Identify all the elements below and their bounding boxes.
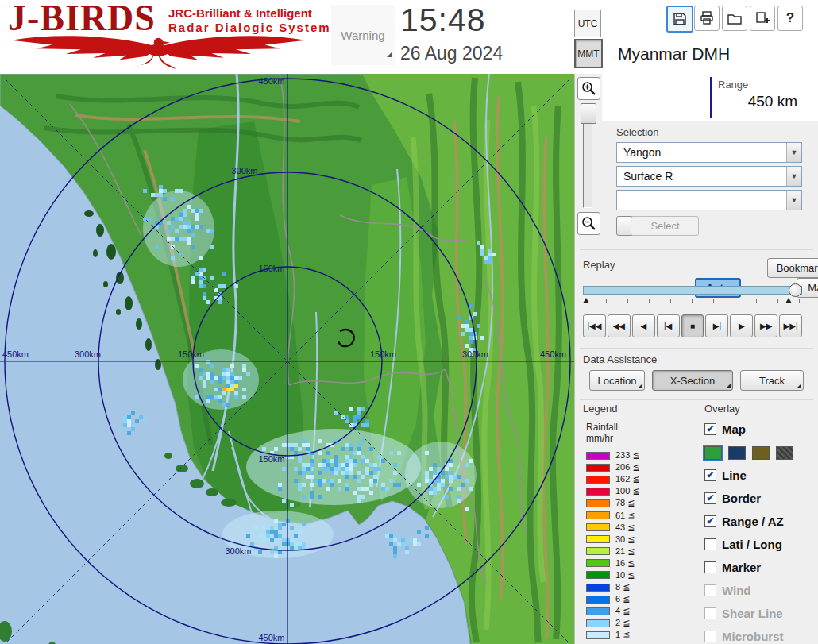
location-button[interactable]: Location [589, 370, 645, 391]
overlay-item-label: Range / AZ [722, 515, 784, 528]
fast-forward-button[interactable]: ▶▶ [754, 314, 777, 337]
map-style-swatch-navy[interactable] [728, 446, 746, 460]
overlay-checkbox-lati-long[interactable]: Lati / Long [704, 537, 817, 551]
open-folder-button[interactable] [722, 6, 747, 31]
map-style-swatch-green[interactable] [704, 446, 722, 460]
legend-row: 6 ≦ [586, 593, 700, 605]
station-dropdown-value: Yangon [617, 146, 786, 159]
header: J-BIRDS JRC-Brilliant & Intelligent Rada… [0, 0, 818, 75]
legend-value: 8 ≦ [615, 582, 630, 592]
submenu-corner-icon [726, 384, 731, 388]
data-assistance-label: Data Assistance [583, 353, 657, 365]
jbirds-app: J-BIRDS JRC-Brilliant & Intelligent Rada… [0, 0, 818, 644]
check-icon: ✔ [706, 423, 714, 434]
legend-row: 16 ≦ [586, 557, 700, 569]
svg-text:150km: 150km [370, 349, 396, 359]
legend-row: 61 ≦ [586, 509, 700, 521]
map-style-swatch-olive[interactable] [752, 446, 770, 460]
overlay-label: Overlay [704, 403, 817, 417]
legend-value: 162 ≦ [615, 474, 640, 484]
option-dropdown[interactable]: ▼ [616, 190, 802, 210]
legend-row: 206 ≦ [586, 461, 700, 473]
checkbox-box[interactable]: ✔ [704, 492, 716, 504]
replay-slider-handle[interactable] [789, 283, 802, 297]
legend-value: 2 ≦ [615, 618, 630, 628]
legend-swatch [586, 559, 610, 567]
stop-button[interactable]: ■ [681, 314, 704, 337]
separator [580, 348, 813, 349]
svg-text:150km: 150km [258, 454, 284, 464]
x-section-button[interactable]: X-Section [652, 370, 733, 391]
warning-label: Warning [341, 29, 384, 42]
replay-slider-track[interactable] [583, 286, 802, 295]
zoom-in-button[interactable] [577, 77, 600, 100]
legend-unit-1: Rainfall [586, 422, 700, 433]
checkbox-box [704, 631, 716, 642]
overlay-checkbox-line[interactable]: ✔ Line [704, 468, 817, 482]
chevron-down-icon[interactable]: ▼ [786, 191, 801, 210]
play-button[interactable]: ▶ [730, 314, 753, 337]
track-button[interactable]: Track [740, 370, 804, 391]
zoom-slider-handle[interactable] [581, 103, 596, 124]
replay-slider-ticks [585, 299, 801, 303]
zoom-out-button[interactable] [577, 212, 600, 235]
radar-map[interactable]: 450km 300km 150km 450km 300km 150km 150k… [0, 74, 574, 644]
fast-rewind-button[interactable]: ◀◀ [608, 314, 631, 337]
legend-swatch [586, 547, 610, 555]
checkbox-box[interactable]: ✔ [704, 423, 716, 435]
legend-row: 8 ≦ [586, 581, 700, 593]
utc-button[interactable]: UTC [574, 10, 601, 37]
legend-row: 162 ≦ [586, 473, 700, 485]
overlay-panel: Overlay ✔ Map ✔ Line ✔ Border ✔ Range [704, 403, 817, 644]
replay-slider-end-marker [785, 298, 792, 303]
range-divider [710, 77, 712, 118]
legend-swatch [586, 464, 610, 472]
check-icon: ✔ [706, 515, 714, 526]
legend-row: 78 ≦ [586, 497, 700, 509]
data-assistance-buttons: Location X-Section Track [589, 370, 804, 391]
legend-value: 206 ≦ [615, 462, 640, 472]
replay-slider[interactable] [583, 283, 802, 307]
overlay-checkbox-microburst: Microburst [704, 629, 817, 643]
overlay-item-label: Line [722, 469, 747, 482]
checkbox-box[interactable] [704, 538, 716, 550]
legend-row: 10 ≦ [586, 569, 700, 581]
playback-controls: |◀◀ ◀◀ ◀ |◀ ■ ▶| ▶ ▶▶ ▶▶| [583, 314, 802, 337]
export-button[interactable] [750, 6, 775, 31]
legend-value: 4 ≦ [615, 606, 630, 616]
skip-to-end-button[interactable]: ▶▶| [779, 314, 802, 337]
play-backward-button[interactable]: ◀ [632, 314, 655, 337]
chevron-down-icon[interactable]: ▼ [786, 143, 801, 162]
overlay-checkbox-border[interactable]: ✔ Border [704, 491, 817, 505]
warning-corner-grip-icon [387, 52, 392, 57]
checkbox-box[interactable]: ✔ [704, 515, 716, 527]
check-icon: ✔ [706, 492, 714, 503]
mmt-button[interactable]: MMT [574, 39, 603, 68]
overlay-checkbox-map[interactable]: ✔ Map [704, 422, 817, 436]
svg-text:450km: 450km [2, 349, 29, 359]
legend-swatch [586, 499, 610, 507]
step-forward-button[interactable]: ▶| [705, 314, 728, 337]
save-button[interactable] [666, 6, 693, 33]
skip-to-start-button[interactable]: |◀◀ [583, 314, 606, 337]
step-back-button[interactable]: |◀ [657, 314, 680, 337]
help-button[interactable]: ? [777, 6, 803, 31]
checkbox-box[interactable]: ✔ [704, 469, 716, 481]
legend-unit-2: mm/hr [586, 433, 700, 444]
overlay-checkbox-marker[interactable]: Marker [704, 560, 817, 574]
overlay-checkbox-range-az[interactable]: ✔ Range / AZ [704, 514, 817, 528]
station-name: Myanmar DMH [618, 44, 730, 64]
checkbox-box [704, 584, 716, 596]
station-dropdown[interactable]: Yangon ▼ [616, 142, 802, 163]
map-style-swatch-gray[interactable] [776, 446, 793, 460]
bookmark-button[interactable]: Bookmark [767, 258, 818, 278]
legend-row: 1 ≦ [586, 629, 700, 641]
checkbox-box[interactable] [704, 561, 716, 573]
legend-value: 1 ≦ [615, 630, 630, 640]
svg-text:450km: 450km [258, 76, 284, 86]
print-button[interactable] [694, 6, 720, 31]
product-dropdown[interactable]: Surface R ▼ [616, 166, 802, 187]
legend-value: 61 ≦ [615, 511, 635, 521]
chevron-down-icon[interactable]: ▼ [786, 167, 801, 186]
warning-button[interactable]: Warning [331, 5, 395, 65]
